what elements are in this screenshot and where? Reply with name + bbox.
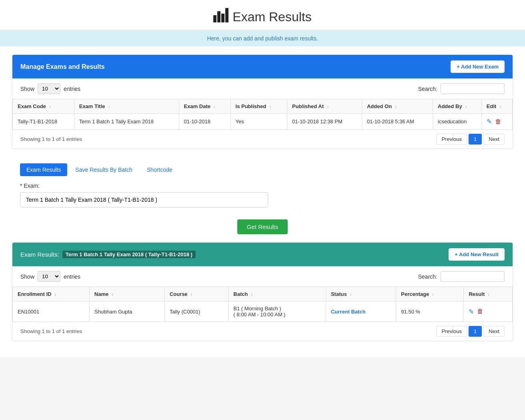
name-cell: Shubham Gupta (89, 301, 164, 322)
tab-shortcode[interactable]: Shortcode (140, 163, 179, 176)
sort-icon: ↕ (350, 292, 352, 297)
is-published-cell: Yes (230, 114, 287, 130)
table-row: Tally-T1-B1-2018 Term 1 Batch 1 Tally Ex… (13, 114, 513, 130)
results-table-controls: Show 10 25 50 100 entries Search: (12, 266, 513, 287)
col-percentage: Percentage ↕ (396, 287, 464, 301)
exam-select-section: * Exam: Term 1 Batch 1 Tally Exam 2018 (… (12, 176, 513, 215)
sort-icon: ↕ (499, 104, 501, 109)
exams-pagination-row: Showing 1 to 1 of 1 entries Previous 1 N… (12, 130, 513, 149)
show-entries: Show 10 25 50 100 entries (20, 83, 80, 94)
percentage-cell: 91.50 % (396, 301, 464, 322)
sort-icon: ↕ (432, 292, 434, 297)
edit-icon[interactable]: ✎ (487, 118, 492, 125)
results-entries-select[interactable]: 10 25 50 100 (38, 271, 60, 282)
results-table: Enrollment ID ↕ Name ↕ Course ↕ Batch ↕ … (12, 287, 513, 322)
exam-results-header: Exam Results: Term 1 Batch 1 Tally Exam … (12, 243, 513, 266)
page-wrapper: Exam Results Here, you can add and publi… (0, 0, 525, 357)
add-new-exam-button[interactable]: + Add New Exam (451, 60, 505, 73)
manage-exams-body: Show 10 25 50 100 entries Search: (12, 78, 513, 149)
col-status: Status ↕ (326, 287, 396, 301)
added-by-cell: icseducation (433, 114, 482, 130)
table-row: EN10001 Shubham Gupta Tally (C0001) B1 (… (13, 301, 513, 322)
published-at-cell: 01-10-2018 12:38 PM (287, 114, 362, 130)
tab-exam-results[interactable]: Exam Results (20, 163, 67, 176)
status-cell: Current Batch (326, 301, 396, 322)
exam-results-card: Exam Results: Term 1 Batch 1 Tally Exam … (12, 242, 513, 341)
results-search-input[interactable] (441, 271, 505, 282)
tabs-row: Exam Results Save Results By Batch Short… (12, 157, 513, 176)
exam-title-cell: Term 1 Batch 1 Tally Exam 2018 (74, 114, 179, 130)
exams-page-1-button[interactable]: 1 (469, 134, 482, 145)
added-on-cell: 01-10-2018 5:36 AM (362, 114, 433, 130)
col-edit: Edit ↕ (481, 99, 512, 114)
exam-results-header-text: Exam Results: Term 1 Batch 1 Tally Exam … (20, 251, 196, 258)
results-card-body: Show 10 25 50 100 entries Search: (12, 266, 513, 341)
exams-table: Exam Code ↕ Exam Title ↕ Exam Date ↕ Is … (12, 99, 513, 130)
col-added-on: Added On ↕ (362, 99, 433, 114)
course-cell: Tally (C0001) (164, 301, 228, 322)
sort-icon: ↕ (327, 104, 329, 109)
results-search-label: Search: (418, 273, 437, 280)
sort-icon: ↕ (214, 104, 216, 109)
result-edit-icon[interactable]: ✎ (469, 308, 474, 316)
exam-date-cell: 01-10-2018 (179, 114, 230, 130)
page-title: Exam Results (0, 8, 525, 26)
result-delete-icon[interactable]: 🗑 (477, 308, 483, 315)
get-results-row: Get Results (12, 219, 513, 234)
exam-dropdown[interactable]: Term 1 Batch 1 Tally Exam 2018 ( Tally-T… (20, 192, 268, 207)
sort-icon: ↕ (108, 104, 110, 109)
manage-exams-header: Manage Exams and Results + Add New Exam (12, 55, 513, 78)
exams-next-button[interactable]: Next (483, 134, 505, 145)
manage-exams-title: Manage Exams and Results (20, 63, 105, 70)
sort-icon: ↕ (395, 104, 397, 109)
tab-save-results[interactable]: Save Results By Batch (69, 163, 138, 176)
col-name: Name ↕ (89, 287, 164, 301)
bar-chart-icon (213, 8, 228, 26)
sort-icon: ↕ (54, 292, 56, 297)
col-exam-code: Exam Code ↕ (13, 99, 74, 114)
exam-select-wrapper: Term 1 Batch 1 Tally Exam 2018 ( Tally-T… (20, 192, 505, 207)
search-box: Search: (418, 83, 505, 94)
status-link[interactable]: Current Batch (331, 309, 366, 315)
manage-exams-card: Manage Exams and Results + Add New Exam … (12, 54, 513, 149)
results-next-button[interactable]: Next (483, 326, 505, 337)
sort-icon: ↕ (465, 104, 467, 109)
col-published-at: Published At ↕ (287, 99, 362, 114)
sort-icon: ↕ (190, 292, 192, 297)
exams-pagination: Previous 1 Next (436, 134, 505, 145)
sort-icon: ↕ (112, 292, 114, 297)
sort-icon: ↕ (269, 104, 271, 109)
search-input[interactable] (441, 83, 505, 94)
col-is-published: Is Published ↕ (230, 99, 287, 114)
col-exam-title: Exam Title ↕ (74, 99, 179, 114)
exams-entries-info: Showing 1 to 1 of 1 entries (20, 136, 82, 142)
get-results-button[interactable]: Get Results (237, 219, 288, 234)
subtitle-bar: Here, you can add and publish exam resul… (0, 30, 525, 46)
batch-cell: B1 ( Morning Batch )( 8:00 AM - 10:00 AM… (228, 301, 326, 322)
main-content: Manage Exams and Results + Add New Exam … (0, 46, 525, 357)
exams-prev-button[interactable]: Previous (436, 134, 467, 145)
results-search-box: Search: (418, 271, 505, 282)
delete-icon[interactable]: 🗑 (495, 118, 501, 125)
enrollment-id-cell: EN10001 (13, 301, 90, 322)
results-page-1-button[interactable]: 1 (469, 326, 482, 337)
result-cell: ✎ 🗑 (464, 301, 513, 322)
sort-icon: ↕ (251, 292, 253, 297)
col-exam-date: Exam Date ↕ (179, 99, 230, 114)
col-added-by: Added By ↕ (433, 99, 482, 114)
add-new-result-button[interactable]: + Add New Result (449, 248, 505, 261)
col-result: Result ↕ (464, 287, 513, 301)
col-course: Course ↕ (164, 287, 228, 301)
results-prev-button[interactable]: Previous (436, 326, 467, 337)
col-enrollment-id: Enrollment ID ↕ (13, 287, 90, 301)
exam-title-badge: Term 1 Batch 1 Tally Exam 2018 ( Tally-T… (62, 251, 196, 258)
results-pagination: Previous 1 Next (436, 326, 505, 337)
results-entries-info: Showing 1 to 1 of 1 entries (20, 328, 82, 334)
sort-icon: ↕ (488, 292, 490, 297)
table-controls-top: Show 10 25 50 100 entries Search: (12, 78, 513, 99)
page-header: Exam Results (0, 0, 525, 30)
edit-cell: ✎ 🗑 (481, 114, 512, 130)
entries-select[interactable]: 10 25 50 100 (38, 83, 60, 94)
results-pagination-row: Showing 1 to 1 of 1 entries Previous 1 N… (12, 322, 513, 341)
search-label: Search: (418, 86, 437, 92)
